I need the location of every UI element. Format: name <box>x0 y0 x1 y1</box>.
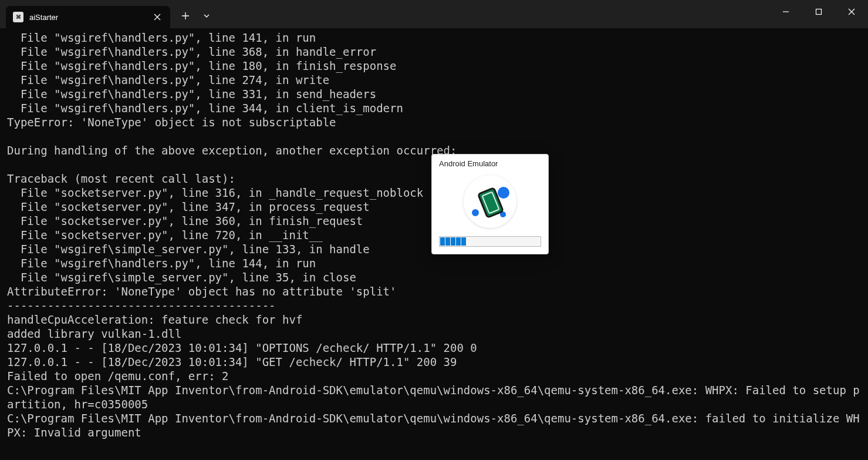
terminal-line: ---------------------------------------- <box>7 298 861 313</box>
titlebar: ⌘ aiStarter <box>0 0 868 28</box>
terminal-tab[interactable]: ⌘ aiStarter <box>6 6 170 28</box>
close-tab-button[interactable] <box>151 11 163 23</box>
terminal-line: 127.0.0.1 - - [18/Dec/2023 10:01:34] "OP… <box>7 341 861 355</box>
tab-title: aiStarter <box>29 13 151 22</box>
plus-icon <box>181 12 190 20</box>
progress-bar <box>439 236 541 247</box>
svg-rect-0 <box>816 9 822 15</box>
maximize-button[interactable] <box>802 0 835 23</box>
terminal-line: File "wsgiref\handlers.py", line 344, in… <box>7 101 861 115</box>
progress-block <box>440 237 445 246</box>
maximize-icon <box>815 8 822 15</box>
dialog-title: Android Emulator <box>432 155 548 170</box>
terminal-line: Failed to open /qemu.conf, err: 2 <box>7 369 861 383</box>
terminal-line: File "wsgiref\handlers.py", line 274, in… <box>7 73 861 87</box>
progress-block <box>461 237 466 246</box>
terminal-line: added library vulkan-1.dll <box>7 327 861 341</box>
terminal-line: handleCpuAcceleration: feature check for… <box>7 313 861 327</box>
progress-block <box>451 237 455 246</box>
terminal-line: AttributeError: 'NoneType' object has no… <box>7 284 861 298</box>
close-icon <box>154 14 161 21</box>
terminal-line: 127.0.0.1 - - [18/Dec/2023 10:01:34] "GE… <box>7 355 861 369</box>
terminal-line: TypeError: 'NoneType' object is not subs… <box>7 115 861 129</box>
terminal-line: C:\Program Files\MIT App Inventor\from-A… <box>7 383 861 411</box>
window-controls <box>769 0 868 23</box>
minimize-button[interactable] <box>769 0 802 23</box>
terminal-line: C:\Program Files\MIT App Inventor\from-A… <box>7 411 861 439</box>
progress-block <box>445 237 450 246</box>
terminal-line: File "wsgiref\handlers.py", line 144, in… <box>7 256 861 270</box>
terminal-line <box>7 129 861 143</box>
close-icon <box>848 8 855 15</box>
tab-actions <box>175 6 217 25</box>
terminal-app-icon: ⌘ <box>13 12 23 22</box>
android-emulator-dialog: Android Emulator <box>431 154 549 254</box>
progress-block <box>456 237 461 246</box>
tab-dropdown-button[interactable] <box>196 6 217 25</box>
minimize-icon <box>782 8 789 15</box>
terminal-line: File "wsgiref\handlers.py", line 331, in… <box>7 87 861 101</box>
terminal-line: File "wsgiref\simple_server.py", line 35… <box>7 270 861 284</box>
android-emulator-icon <box>464 175 516 228</box>
terminal-line: File "wsgiref\handlers.py", line 368, in… <box>7 45 861 59</box>
terminal-line: File "wsgiref\handlers.py", line 180, in… <box>7 59 861 73</box>
new-tab-button[interactable] <box>175 6 196 25</box>
dialog-icon-wrap <box>432 170 548 236</box>
terminal-line: File "wsgiref\handlers.py", line 141, in… <box>7 31 861 45</box>
chevron-down-icon <box>203 12 210 19</box>
close-window-button[interactable] <box>835 0 868 23</box>
